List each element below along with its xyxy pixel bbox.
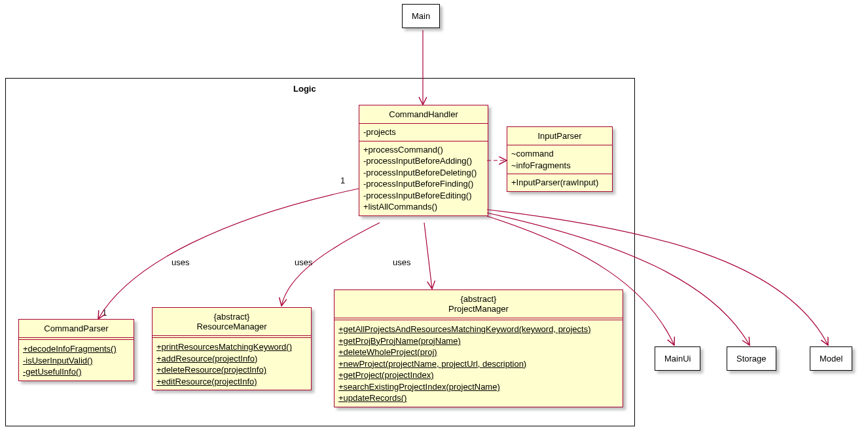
op: -processInputBeforeEditing() (363, 190, 484, 202)
class-commandhandler-ops: +processCommand() -processInputBeforeAdd… (359, 141, 488, 215)
node-storage: Storage (727, 346, 776, 371)
node-model: Model (810, 346, 852, 371)
op: +listAllCommands() (363, 201, 484, 213)
class-resourcemanager-title: {abstract} ResourceManager (153, 308, 311, 335)
class-commandhandler-title: CommandHandler (359, 105, 488, 123)
class-projectmanager-ops: +getAllProjectsAndResourcesMatchingKeywo… (335, 318, 623, 407)
op: -processInputBeforeDeleting() (363, 167, 484, 179)
class-resourcemanager: {abstract} ResourceManager +printResourc… (152, 307, 312, 390)
edge-mult-1a: 1 (340, 176, 345, 185)
edge-label-uses-1: uses (172, 257, 189, 267)
op: +InputParser(rawInput) (511, 177, 608, 189)
op: +printResourcesMatchingKeyword() (156, 341, 307, 353)
op: +addResource(projectInfo) (156, 353, 307, 365)
node-main-label: Main (412, 11, 430, 21)
attr: -projects (363, 126, 484, 138)
op: +deleteResource(projectInfo) (156, 364, 307, 376)
op: +getProject(projectIndex) (338, 369, 619, 381)
class-commandparser: CommandParser +decodeInfoFragments() -is… (18, 319, 134, 381)
edge-mult-1b: 1 (102, 308, 107, 318)
class-projectmanager: {abstract} ProjectManager +getAllProject… (334, 289, 623, 407)
op: +editResource(projectInfo) (156, 376, 307, 388)
title-text: ResourceManager (197, 322, 267, 331)
attr: ~command (511, 148, 608, 160)
op: +updateRecords() (338, 392, 619, 404)
class-inputparser: InputParser ~command ~infoFragments +Inp… (507, 126, 613, 192)
node-storage-label: Storage (736, 354, 767, 364)
op: -processInputBeforeFinding() (363, 178, 484, 190)
package-logic-label: Logic (293, 84, 316, 94)
class-commandhandler-attrs: -projects (359, 123, 488, 141)
op: +searchExistingProjectIndex(projectName) (338, 381, 619, 393)
node-mainui: MainUi (655, 346, 700, 371)
class-commandhandler: CommandHandler -projects +processCommand… (359, 105, 488, 216)
class-commandparser-title: CommandParser (19, 320, 134, 337)
edge-label-uses-2: uses (295, 257, 312, 267)
op: -getUsefulInfo() (23, 366, 130, 378)
node-model-label: Model (820, 354, 842, 364)
op: +decodeInfoFragments() (23, 343, 130, 355)
op: +getAllProjectsAndResourcesMatchingKeywo… (338, 324, 619, 335)
class-resourcemanager-ops: +printResourcesMatchingKeyword() +addRes… (153, 335, 311, 390)
class-inputparser-attrs: ~command ~infoFragments (507, 145, 612, 174)
class-inputparser-ops: +InputParser(rawInput) (507, 174, 612, 191)
title-text: ProjectManager (448, 304, 509, 314)
op: +deleteWholeProject(proj) (338, 346, 619, 358)
op: +getProjByProjName(projName) (338, 335, 619, 347)
stereo: {abstract} (159, 312, 304, 322)
op: -isUserInputValid() (23, 355, 130, 367)
op: -processInputBeforeAdding() (363, 155, 484, 167)
op: +newProject(projectName, projectUrl, des… (338, 358, 619, 370)
node-main: Main (402, 4, 440, 28)
op: +processCommand() (363, 144, 484, 156)
class-commandparser-ops: +decodeInfoFragments() -isUserInputValid… (19, 337, 134, 381)
diagram-canvas: Logic Main MainUi Storage Model CommandH… (0, 0, 868, 429)
edge-label-uses-3: uses (393, 257, 410, 267)
node-mainui-label: MainUi (664, 354, 691, 364)
stereo: {abstract} (341, 294, 616, 304)
attr: ~infoFragments (511, 160, 608, 172)
class-inputparser-title: InputParser (507, 127, 612, 145)
class-projectmanager-title: {abstract} ProjectManager (335, 290, 623, 318)
